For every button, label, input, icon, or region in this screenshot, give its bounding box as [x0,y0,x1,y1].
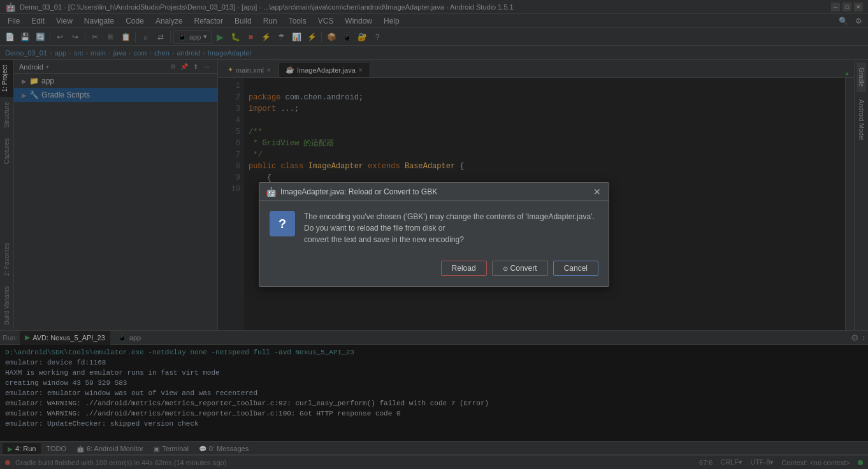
dialog-title-icon: 🤖 [266,187,277,197]
convert-button[interactable]: ⊙ Convert [492,261,548,276]
dialog-msg-line3: convert the text and save in the new enc… [304,234,595,245]
dialog-overlay: 🤖 ImageAdapter.java: Reload or Convert t… [0,0,868,469]
dialog-title-text: ImageAdapter.java: Reload or Convert to … [280,187,437,196]
reload-button[interactable]: Reload [441,261,487,276]
dialog-msg-line1: The encoding you've chosen ('GBK') may c… [304,211,595,222]
dialog-close-button[interactable]: ✕ [592,187,602,197]
convert-spinner-icon: ⊙ [503,265,508,272]
convert-label: Convert [510,264,537,273]
dialog-title: 🤖 ImageAdapter.java: Reload or Convert t… [266,187,437,197]
dialog-body: ? The encoding you've chosen ('GBK') may… [259,201,609,256]
dialog: 🤖 ImageAdapter.java: Reload or Convert t… [259,182,609,287]
cancel-button[interactable]: Cancel [553,261,598,276]
dialog-msg-line2: Do you want to reload the file from disk… [304,222,595,234]
dialog-buttons: Reload ⊙ Convert Cancel [259,256,609,286]
question-mark: ? [278,217,286,231]
dialog-titlebar: 🤖 ImageAdapter.java: Reload or Convert t… [259,183,609,201]
dialog-message: The encoding you've chosen ('GBK') may c… [304,211,595,245]
dialog-question-icon: ? [270,211,295,236]
